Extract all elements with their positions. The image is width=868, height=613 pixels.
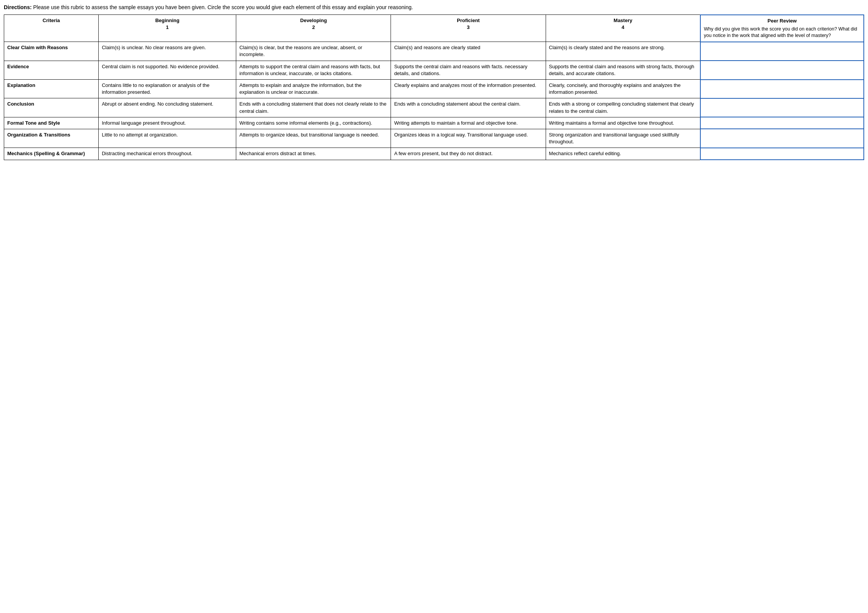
peer-cell[interactable] [700,148,864,160]
peer-review-subtitle: Why did you give this work the score you… [704,26,860,39]
peer-cell[interactable] [700,129,864,148]
table-row: Formal Tone and StyleInformal language p… [4,117,864,129]
beginning-cell: Contains little to no explanation or ana… [99,80,236,98]
peer-cell[interactable] [700,80,864,98]
developing-cell: Attempts to organize ideas, but transiti… [236,129,391,148]
rubric-table: Criteria Beginning 1 Developing 2 Profic… [4,14,864,160]
directions-text: Directions: Please use this rubric to as… [4,4,864,11]
proficient-cell: Organizes ideas in a logical way. Transi… [391,129,546,148]
developing-cell: Ends with a concluding statement that do… [236,98,391,117]
table-row: Mechanics (Spelling & Grammar)Distractin… [4,148,864,160]
proficient-cell: Ends with a concluding statement about t… [391,98,546,117]
rubric-body: Clear Claim with ReasonsClaim(s) is uncl… [4,42,864,160]
beginning-cell: Informal language present throughout. [99,117,236,129]
table-row: ConclusionAbrupt or absent ending. No co… [4,98,864,117]
proficient-cell: Writing attempts to maintain a formal an… [391,117,546,129]
beginning-cell: Abrupt or absent ending. No concluding s… [99,98,236,117]
criteria-cell: Formal Tone and Style [4,117,99,129]
peer-cell[interactable] [700,117,864,129]
directions-body: Please use this rubric to assess the sam… [33,4,413,10]
mastery-cell: Writing maintains a formal and objective… [546,117,700,129]
peer-review-title: Peer Review [704,18,860,24]
mastery-cell: Ends with a strong or compelling conclud… [546,98,700,117]
proficient-cell: Supports the central claim and reasons w… [391,61,546,79]
header-beginning: Beginning 1 [99,15,236,42]
header-proficient: Proficient 3 [391,15,546,42]
criteria-cell: Evidence [4,61,99,79]
table-row: Organization & TransitionsLittle to no a… [4,129,864,148]
developing-cell: Attempts to support the central claim an… [236,61,391,79]
peer-cell[interactable] [700,42,864,61]
beginning-cell: Little to no attempt at organization. [99,129,236,148]
directions-label: Directions: [4,4,32,10]
mastery-cell: Mechanics reflect careful editing. [546,148,700,160]
criteria-cell: Explanation [4,80,99,98]
mastery-cell: Strong organization and transitional lan… [546,129,700,148]
table-row: ExplanationContains little to no explana… [4,80,864,98]
mastery-cell: Clearly, concisely, and thoroughly expla… [546,80,700,98]
criteria-cell: Organization & Transitions [4,129,99,148]
beginning-cell: Claim(s) is unclear. No clear reasons ar… [99,42,236,61]
proficient-cell: Clearly explains and analyzes most of th… [391,80,546,98]
proficient-cell: Claim(s) and reasons are clearly stated [391,42,546,61]
beginning-cell: Distracting mechanical errors throughout… [99,148,236,160]
proficient-cell: A few errors present, but they do not di… [391,148,546,160]
header-criteria: Criteria [4,15,99,42]
criteria-cell: Clear Claim with Reasons [4,42,99,61]
developing-cell: Attempts to explain and analyze the info… [236,80,391,98]
developing-cell: Claim(s) is clear, but the reasons are u… [236,42,391,61]
table-row: EvidenceCentral claim is not supported. … [4,61,864,79]
criteria-cell: Mechanics (Spelling & Grammar) [4,148,99,160]
developing-cell: Writing contains some informal elements … [236,117,391,129]
header-mastery: Mastery 4 [546,15,700,42]
beginning-cell: Central claim is not supported. No evide… [99,61,236,79]
header-developing: Developing 2 [236,15,391,42]
criteria-cell: Conclusion [4,98,99,117]
developing-cell: Mechanical errors distract at times. [236,148,391,160]
header-row: Criteria Beginning 1 Developing 2 Profic… [4,15,864,42]
mastery-cell: Supports the central claim and reasons w… [546,61,700,79]
peer-cell[interactable] [700,61,864,79]
header-peer-review: Peer Review Why did you give this work t… [700,15,864,42]
mastery-cell: Claim(s) is clearly stated and the reaso… [546,42,700,61]
table-row: Clear Claim with ReasonsClaim(s) is uncl… [4,42,864,61]
peer-cell[interactable] [700,98,864,117]
